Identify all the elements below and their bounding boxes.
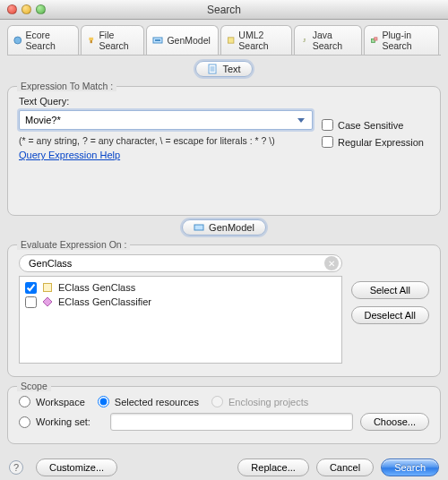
query-help-link[interactable]: Query Expression Help [19,150,120,160]
expression-group: Expression To Match : Text Query: (* = a… [7,86,441,216]
scope-selected-radio-input[interactable] [98,396,109,407]
java-icon: J [300,35,309,46]
tab-label: File Search [99,30,136,51]
genmodel-pill-label: GenModel [209,222,254,233]
genmodel-icon [194,222,204,233]
scope-selected-radio[interactable]: Selected resources [98,396,199,407]
tab-java-search[interactable]: J Java Search [294,25,362,55]
svg-rect-4 [155,39,160,41]
svg-rect-15 [44,284,52,292]
dialog-footer: ? Customize... Replace... Cancel Search [0,451,448,480]
scope-group: Scope Workspace Selected resources Enclo… [7,386,441,444]
text-pill-label: Text [222,64,240,74]
regex-checkbox-input[interactable] [322,136,333,148]
window-title: Search [0,4,448,16]
svg-text:J: J [304,37,306,44]
search-tabs: Ecore Search File Search GenModel UML2 S… [7,25,441,56]
evaluate-group-title: Evaluate Expression On : [17,239,130,250]
svg-rect-5 [228,38,233,43]
title-bar: Search [0,0,448,20]
text-query-label: Text Query: [19,96,313,107]
expression-group-title: Expression To Match : [17,81,116,91]
scope-enclosing-label: Enclosing projects [228,397,308,407]
tab-uml2-search[interactable]: UML2 Search [220,25,292,55]
flashlight-icon [87,35,95,46]
tab-label: Ecore Search [26,30,71,51]
choose-workingset-button[interactable]: Choose... [360,413,429,431]
eclass-icon [42,282,53,293]
tab-label: Plug-in Search [382,30,431,51]
list-item[interactable]: EClass GenClass [25,280,336,295]
case-sensitive-label: Case Sensitive [338,120,403,131]
tab-label: GenModel [167,35,210,46]
cancel-button[interactable]: Cancel [316,459,374,476]
scope-workingset-radio[interactable]: Working set: [19,416,90,428]
list-item-checkbox[interactable] [25,282,37,294]
svg-marker-16 [43,297,52,306]
text-section-pill[interactable]: Text [195,61,252,77]
tab-label: Java Search [313,30,354,51]
scope-workingset-label: Working set: [36,416,90,427]
evaluate-filter-input[interactable] [19,254,342,272]
plugin-icon [370,35,379,46]
uml2-icon [227,35,236,46]
scope-workingset-radio-input[interactable] [19,416,30,428]
svg-rect-8 [375,38,377,40]
scope-group-title: Scope [17,381,51,391]
genmodel-section-pill[interactable]: GenModel [182,219,266,236]
tab-label: UML2 Search [238,30,284,51]
help-icon[interactable]: ? [9,460,23,475]
workingset-input[interactable] [110,413,353,431]
deselect-all-button[interactable]: Deselect All [351,306,429,324]
list-item-label: EClass GenClassifier [58,296,151,307]
tab-genmodel[interactable]: GenModel [146,25,218,55]
evaluate-group: Evaluate Expression On : ✕ EClass GenCla… [7,244,441,377]
ecore-icon [13,35,22,46]
regex-label: Regular Expression [338,137,424,148]
scope-enclosing-radio-input [211,396,223,407]
svg-rect-2 [90,40,91,43]
evaluate-listbox[interactable]: EClass GenClass EClass GenClassifier [19,276,342,364]
text-query-input[interactable] [19,110,313,130]
scope-workspace-radio-input[interactable] [19,396,30,407]
tab-file-search[interactable]: File Search [81,25,144,55]
svg-point-0 [14,37,22,44]
search-button[interactable]: Search [381,459,439,476]
select-all-button[interactable]: Select All [351,281,429,299]
tab-plugin-search[interactable]: Plug-in Search [364,25,439,55]
scope-workspace-label: Workspace [36,397,85,407]
regex-checkbox[interactable]: Regular Expression [322,136,429,148]
scope-enclosing-radio: Enclosing projects [211,396,308,407]
scope-workspace-radio[interactable]: Workspace [19,396,85,407]
customize-button[interactable]: Customize... [36,459,117,476]
list-item-checkbox[interactable] [25,296,37,308]
svg-rect-14 [194,225,203,230]
document-icon [207,64,218,74]
svg-rect-1 [89,38,93,40]
case-sensitive-checkbox-input[interactable] [322,119,333,131]
list-item-label: EClass GenClass [58,282,135,293]
list-item[interactable]: EClass GenClassifier [25,295,336,309]
scope-selected-label: Selected resources [115,397,199,407]
eclassifier-icon [42,296,53,307]
genmodel-icon [152,35,163,46]
query-hint: (* = any string, ? = any character, \ = … [19,135,313,146]
replace-button[interactable]: Replace... [237,459,309,476]
clear-filter-icon[interactable]: ✕ [324,256,339,270]
case-sensitive-checkbox[interactable]: Case Sensitive [322,119,429,131]
tab-ecore-search[interactable]: Ecore Search [7,25,79,55]
